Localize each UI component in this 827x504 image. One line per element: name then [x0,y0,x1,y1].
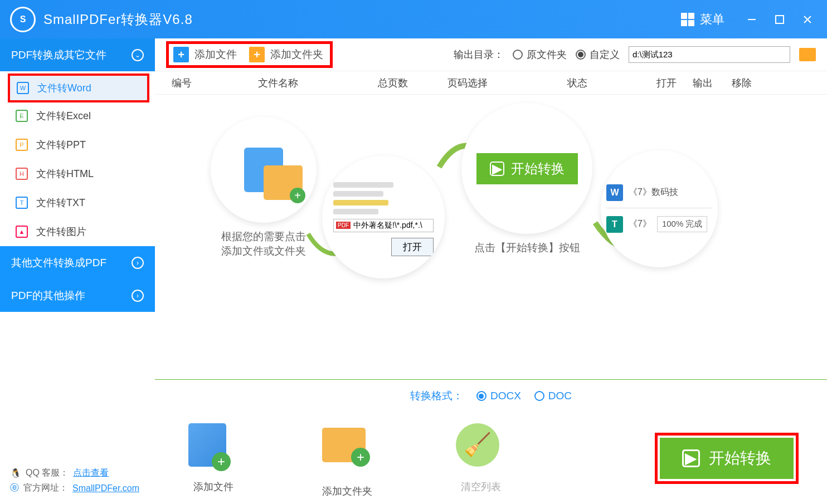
guide-result-circle: W 《7》数码技 T 《7》 100% 完成 [601,150,718,267]
bottom-add-folder[interactable]: 添加文件夹 [322,419,372,498]
sidebar-item-ppt[interactable]: P 文件转PPT [0,130,155,159]
svg-rect-1 [776,16,784,23]
add-file-button[interactable]: + 添加文件 [173,47,237,62]
th-number: 编号 [172,76,258,90]
official-site-link[interactable]: SmallPDFer.com [72,483,139,493]
guide-step1-circle: + [211,117,317,223]
add-folder-button[interactable]: + 添加文件夹 [249,47,323,62]
close-button[interactable] [802,14,813,25]
radio-custom-folder[interactable]: 自定义 [576,48,620,61]
brush-icon: 🧹 [456,423,499,467]
qq-support-link[interactable]: 点击查看 [73,467,109,479]
start-convert-button[interactable]: ▶ 开始转换 [660,438,794,479]
sidebar-item-excel[interactable]: E 文件转Excel [0,101,155,130]
txt-doc-icon: T [606,216,623,233]
qq-icon: 🐧 [10,468,21,478]
radio-selected-icon [476,391,487,401]
toolbar: + 添加文件 + 添加文件夹 输出目录： 原文件夹 自定义 [155,38,827,71]
th-filename: 文件名称 [258,76,378,90]
title-bar: S SmallPDFer转换器V6.8 菜单 [0,0,827,38]
menu-label: 菜单 [700,11,724,28]
chevron-right-icon: › [132,257,144,269]
th-remove: 移除 [732,76,765,90]
app-title: SmallPDFer转换器V6.8 [43,11,673,28]
sidebar-item-txt[interactable]: T 文件转TXT [0,188,155,217]
th-output: 输出 [693,76,732,90]
sidebar-item-word[interactable]: W 文件转Word [9,75,148,101]
bottom-actions: 添加文件 添加文件夹 🧹 清空列表 ▶ 开始转换 [155,412,827,504]
table-header: 编号 文件名称 总页数 页码选择 状态 打开 输出 移除 [155,71,827,95]
add-buttons-group: + 添加文件 + 添加文件夹 [169,44,330,65]
plus-folder-icon: + [249,47,265,62]
format-row: 转换格式： DOCX DOC [155,379,827,412]
sidebar-item-image[interactable]: ▲ 文件转图片 [0,217,155,246]
image-icon: ▲ [16,226,28,238]
word-doc-icon: W [606,184,623,201]
format-doc-radio[interactable]: DOC [534,390,572,402]
menu-grid-icon [681,13,694,26]
format-docx-radio[interactable]: DOCX [476,390,521,402]
sidebar-section-pdf-to-other[interactable]: PDF转换成其它文件 ⌄ [0,38,155,71]
radio-original-folder[interactable]: 原文件夹 [513,48,567,61]
folder-add-icon [322,428,366,462]
browse-folder-button[interactable] [799,48,816,61]
chevron-right-icon: › [132,290,144,302]
radio-selected-icon [576,50,586,60]
radio-icon [513,50,523,60]
guide-step2-circle: ▶ 开始转换 [461,103,592,234]
output-dir-group: 输出目录： 原文件夹 自定义 [454,46,816,63]
guide-step1-text: 根据您的需要点击 添加文件或文件夹 [211,229,317,258]
play-icon: ▶ [490,162,504,176]
radio-icon [534,391,544,401]
bottom-clear-list[interactable]: 🧹 清空列表 [456,423,506,493]
chevron-down-icon: ⌄ [132,49,144,61]
guide-popup-circle: PDF 中外著名疑!\*.pdf,*.\ 打开 [322,156,445,278]
output-dir-label: 输出目录： [454,48,504,61]
plus-file-icon: + [173,47,189,62]
sidebar-footer: 🐧 QQ 客服： 点击查看 ⓔ 官方网址： SmallPDFer.com [0,457,155,504]
th-pages: 总页数 [378,76,447,90]
sidebar-item-html[interactable]: H 文件转HTML [0,159,155,188]
sidebar-section-other-to-pdf[interactable]: 其他文件转换成PDF › [0,246,155,279]
start-banner-icon: ▶ 开始转换 [476,153,578,184]
menu-button[interactable]: 菜单 [673,8,732,31]
sidebar-section-pdf-ops[interactable]: PDF的其他操作 › [0,279,155,312]
file-add-icon [188,423,226,467]
word-icon: W [17,82,29,94]
guide-area: + 根据您的需要点击 添加文件或文件夹 [155,95,827,379]
excel-icon: E [16,110,28,122]
ie-icon: ⓔ [10,482,19,494]
th-open: 打开 [656,76,693,90]
main-area: + 添加文件 + 添加文件夹 输出目录： 原文件夹 自定义 [155,38,827,504]
minimize-button[interactable] [746,14,757,25]
maximize-button[interactable] [774,14,785,25]
html-icon: H [16,168,28,180]
play-icon: ▶ [682,449,700,467]
th-page-select: 页码选择 [447,76,567,90]
format-label: 转换格式： [410,389,463,403]
th-status: 状态 [567,76,656,90]
output-path-input[interactable] [629,46,790,63]
guide-step2-text: 点击【开始转换】按钮 [461,241,592,255]
app-logo: S [10,7,36,32]
sidebar: PDF转换成其它文件 ⌄ W 文件转Word E 文件转Excel P 文件转P… [0,38,155,504]
bottom-add-file[interactable]: 添加文件 [188,423,239,493]
ppt-icon: P [16,139,28,151]
txt-icon: T [16,197,28,209]
